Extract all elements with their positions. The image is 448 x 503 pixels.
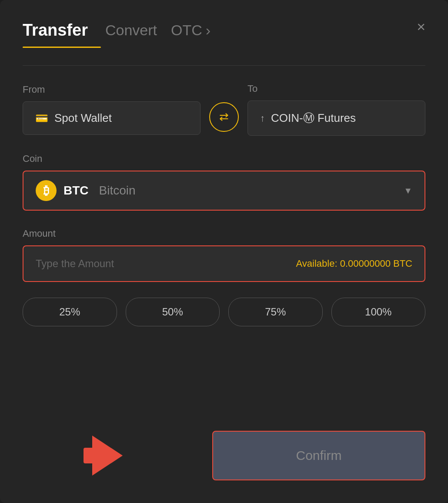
tab-convert[interactable]: Convert xyxy=(105,22,157,39)
tab-otc[interactable]: OTC › xyxy=(171,22,211,39)
to-wallet-selector[interactable]: ↑ COIN-Ⓜ Futures xyxy=(247,101,425,136)
arrow-indicator xyxy=(92,436,123,476)
amount-section: Amount Type the Amount Available: 0.0000… xyxy=(23,228,425,282)
pct-50-button[interactable]: 50% xyxy=(126,298,220,326)
coin-selector[interactable]: ₿ BTC Bitcoin ▼ xyxy=(23,171,425,211)
amount-placeholder: Type the Amount xyxy=(36,258,114,270)
tab-transfer[interactable]: Transfer xyxy=(23,21,88,40)
to-label: To xyxy=(247,83,425,94)
arrow-icon xyxy=(92,436,123,476)
from-to-section: From 💳 Spot Wallet ⇄ To ↑ COIN-Ⓜ Futures xyxy=(23,83,425,136)
coin-full-name: Bitcoin xyxy=(99,184,136,198)
transfer-modal: Transfer Convert OTC › × From 💳 Spot Wal… xyxy=(0,0,448,503)
from-wallet-text: Spot Wallet xyxy=(54,111,112,125)
pct-75-button[interactable]: 75% xyxy=(228,298,323,326)
swap-button[interactable]: ⇄ xyxy=(209,102,239,132)
available-value: 0.00000000 BTC xyxy=(340,258,412,269)
from-label: From xyxy=(23,84,201,95)
to-group: To ↑ COIN-Ⓜ Futures xyxy=(247,83,425,136)
coin-symbol: BTC xyxy=(64,184,89,198)
pct-25-button[interactable]: 25% xyxy=(23,298,117,326)
tab-underline xyxy=(23,47,101,48)
chevron-right-icon: › xyxy=(206,22,211,39)
chevron-down-icon: ▼ xyxy=(404,186,412,196)
divider xyxy=(23,65,425,66)
percentage-buttons: 25% 50% 75% 100% xyxy=(23,298,425,326)
btc-icon: ₿ xyxy=(36,180,57,201)
wallet-icon: 💳 xyxy=(35,112,48,124)
bottom-area: Confirm xyxy=(23,422,425,480)
close-button[interactable]: × xyxy=(417,19,425,34)
from-wallet-selector[interactable]: 💳 Spot Wallet xyxy=(23,101,201,135)
coin-label: Coin xyxy=(23,153,425,164)
futures-icon: ↑ xyxy=(260,113,265,124)
amount-available: Available: 0.00000000 BTC xyxy=(296,258,412,269)
amount-input-box[interactable]: Type the Amount Available: 0.00000000 BT… xyxy=(23,245,425,282)
swap-icon: ⇄ xyxy=(219,110,229,124)
pct-100-button[interactable]: 100% xyxy=(331,298,426,326)
confirm-button[interactable]: Confirm xyxy=(212,431,425,480)
from-group: From 💳 Spot Wallet xyxy=(23,84,201,135)
to-wallet-text: COIN-Ⓜ Futures xyxy=(271,111,356,126)
amount-label: Amount xyxy=(23,228,425,239)
modal-header: Transfer Convert OTC › × xyxy=(23,21,425,40)
